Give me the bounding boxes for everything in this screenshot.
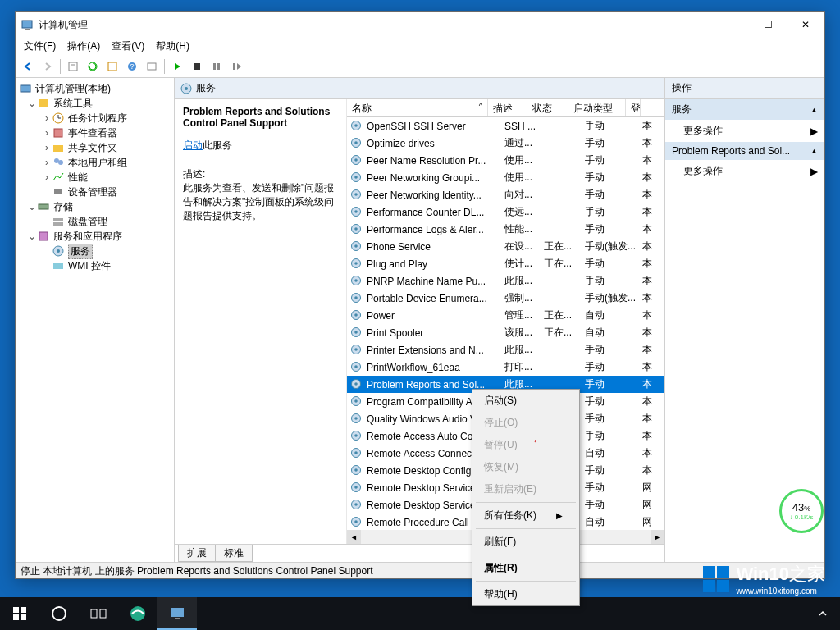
back-button[interactable] xyxy=(19,57,37,75)
start-button[interactable] xyxy=(0,597,39,630)
service-row[interactable]: Power管理...正在...自动本 xyxy=(347,307,664,324)
service-row[interactable]: PrintWorkflow_61eaa打印...手动本 xyxy=(347,358,664,376)
actions-more-1[interactable]: 更多操作▶ xyxy=(665,120,824,142)
tray-up-button[interactable] xyxy=(810,597,835,630)
tree-services[interactable]: 服务 xyxy=(17,244,174,258)
tree-performance[interactable]: ›性能 xyxy=(17,170,174,185)
col-desc[interactable]: 描述 xyxy=(488,99,527,116)
actions-header: 操作 xyxy=(665,78,824,99)
menu-file[interactable]: 文件(F) xyxy=(19,38,61,55)
menu-help[interactable]: 帮助(H) xyxy=(151,38,194,55)
tree-task-scheduler[interactable]: ›任务计划程序 xyxy=(17,111,174,126)
taskbar[interactable] xyxy=(0,597,840,630)
mmc-taskbar-button[interactable] xyxy=(158,597,197,630)
svg-text:?: ? xyxy=(130,62,134,71)
close-button[interactable]: ✕ xyxy=(787,12,824,37)
toolbar-btn-2[interactable] xyxy=(84,57,102,75)
stop-button[interactable] xyxy=(188,57,206,75)
main-header-label: 服务 xyxy=(196,81,216,95)
service-row[interactable]: PNRP Machine Name Pu...此服...手动本 xyxy=(347,272,664,290)
svg-rect-19 xyxy=(53,145,63,152)
menubar: 文件(F) 操作(A) 查看(V) 帮助(H) xyxy=(16,37,824,55)
tree-sys[interactable]: ⌄系统工具 xyxy=(17,96,174,111)
tree-shared-folders[interactable]: ›共享文件夹 xyxy=(17,140,174,155)
tree-wmi[interactable]: WMI 控件 xyxy=(17,258,174,273)
svg-rect-12 xyxy=(233,63,235,70)
menu-view[interactable]: 查看(V) xyxy=(107,38,149,55)
minimize-button[interactable]: ─ xyxy=(711,12,749,37)
col-status[interactable]: 状态 xyxy=(527,99,568,116)
toolbar-btn-3[interactable] xyxy=(103,57,121,75)
speed-badge: 43% ↓ 0.1K/s xyxy=(779,489,824,533)
tree-apps[interactable]: ⌄服务和应用程序 xyxy=(17,229,174,244)
tree-local-users[interactable]: ›本地用户和组 xyxy=(17,155,174,170)
pause-button[interactable] xyxy=(208,57,226,75)
service-row[interactable]: Phone Service在设...正在...手动(触发...本 xyxy=(347,238,664,255)
svg-point-53 xyxy=(354,296,358,299)
service-row[interactable]: Plug and Play使计...正在...手动本 xyxy=(347,255,664,272)
svg-rect-24 xyxy=(53,218,63,221)
play-button[interactable] xyxy=(168,57,186,75)
help-button[interactable]: ? xyxy=(123,57,141,75)
svg-point-73 xyxy=(354,468,358,472)
service-row[interactable]: Performance Logs & Aler...性能...手动本 xyxy=(347,221,664,238)
edge-button[interactable] xyxy=(118,597,158,630)
svg-rect-25 xyxy=(53,222,63,226)
windows-icon xyxy=(703,566,729,592)
context-menu-item[interactable]: 启动(S) xyxy=(472,390,579,412)
service-row[interactable]: Peer Networking Identity...向对...手动本 xyxy=(347,186,664,203)
context-menu-item[interactable]: 刷新(F) xyxy=(472,531,579,553)
forward-button[interactable] xyxy=(39,57,57,75)
context-menu-item: 重新启动(E) xyxy=(472,478,579,500)
service-row[interactable]: Performance Counter DL...使远...手动本 xyxy=(347,203,664,221)
svg-rect-1 xyxy=(25,29,30,30)
toolbar-btn-1[interactable] xyxy=(64,57,82,75)
service-row[interactable]: OpenSSH SSH ServerSSH ...手动本 xyxy=(347,117,664,135)
svg-rect-29 xyxy=(53,263,63,269)
svg-point-39 xyxy=(354,176,358,179)
actions-section-selected[interactable]: Problem Reports and Sol...▲ xyxy=(665,142,824,160)
titlebar[interactable]: 计算机管理 ─ ☐ ✕ xyxy=(16,12,824,37)
svg-rect-82 xyxy=(13,614,19,620)
service-row[interactable]: Peer Name Resolution Pr...使用...手动本 xyxy=(347,152,664,169)
restart-button[interactable] xyxy=(227,57,245,75)
tree-device-manager[interactable]: 设备管理器 xyxy=(17,185,174,199)
maximize-button[interactable]: ☐ xyxy=(749,12,787,37)
context-menu-item[interactable]: 属性(R) xyxy=(472,557,579,579)
svg-rect-2 xyxy=(69,62,77,71)
tree-root[interactable]: 计算机管理(本地) xyxy=(17,81,174,96)
svg-point-28 xyxy=(57,249,60,253)
col-startup[interactable]: 启动类型 xyxy=(568,99,626,116)
service-row[interactable]: Print Spooler该服...正在...自动本 xyxy=(347,324,664,341)
tree-storage[interactable]: ⌄存储 xyxy=(17,199,174,214)
service-row[interactable]: Peer Networking Groupi...使用...手动本 xyxy=(347,169,664,186)
start-link[interactable]: 启动 xyxy=(183,139,203,151)
context-menu-item[interactable]: 帮助(H) xyxy=(472,583,579,605)
svg-rect-18 xyxy=(54,129,62,137)
col-name[interactable]: 名称^ xyxy=(347,99,488,116)
svg-point-61 xyxy=(354,365,358,368)
svg-point-79 xyxy=(354,520,358,523)
tab-extended[interactable]: 扩展 xyxy=(178,545,216,562)
col-logon[interactable]: 登 xyxy=(626,99,641,116)
service-row[interactable]: Optimize drives通过...手动本 xyxy=(347,135,664,152)
menu-action[interactable]: 操作(A) xyxy=(62,38,105,55)
tree-disk-mgmt[interactable]: 磁盘管理 xyxy=(17,214,174,229)
context-menu-item[interactable]: 所有任务(K)▶ xyxy=(472,504,579,527)
context-menu-item: 恢复(M) xyxy=(472,456,579,478)
desc-text: 此服务为查看、发送和删除"问题报告和解决方案"控制面板的系统级问题报告提供支持。 xyxy=(183,181,338,223)
svg-rect-8 xyxy=(148,63,156,70)
annotation-arrow: ← xyxy=(532,434,543,447)
service-row[interactable]: Portable Device Enumera...强制...手动(触发...本 xyxy=(347,290,664,307)
actions-more-2[interactable]: 更多操作▶ xyxy=(665,160,824,182)
actions-section-services[interactable]: 服务▲ xyxy=(665,99,824,120)
taskview-button[interactable] xyxy=(79,597,118,630)
svg-point-69 xyxy=(354,434,358,437)
cortana-button[interactable] xyxy=(39,597,79,630)
context-menu-item: 暂停(U) xyxy=(472,434,579,456)
tab-standard[interactable]: 标准 xyxy=(215,545,253,562)
toolbar-btn-5[interactable] xyxy=(143,57,161,75)
svg-point-71 xyxy=(354,451,358,454)
tree-event-viewer[interactable]: ›事件查看器 xyxy=(17,126,174,140)
service-row[interactable]: Printer Extensions and N...此服...手动本 xyxy=(347,341,664,358)
